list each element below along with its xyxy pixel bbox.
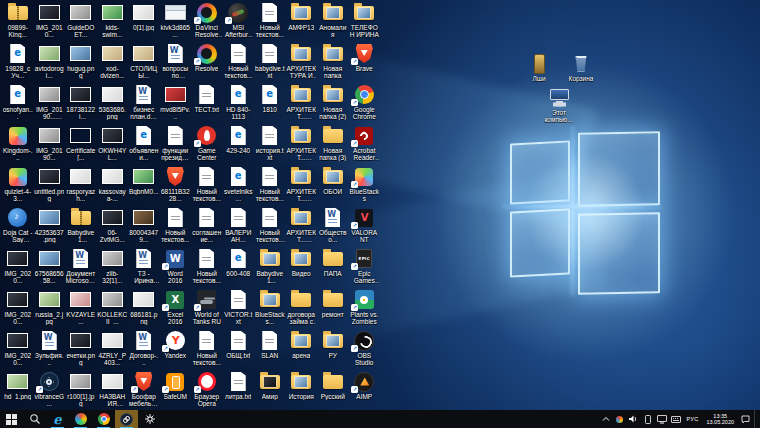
desktop-icon[interactable]: 68111B3228...	[160, 165, 192, 206]
desktop-icon[interactable]: kivk3d865...	[160, 1, 192, 42]
desktop-icon[interactable]: hugug.png	[65, 42, 97, 83]
desktop-icon[interactable]: Новая папка	[317, 42, 349, 83]
desktop-icon[interactable]: HD 840-1113	[223, 83, 255, 124]
desktop-icon[interactable]: Видео	[286, 247, 318, 288]
desktop-icon[interactable]: 42353637.png	[34, 206, 66, 247]
desktop-icon[interactable]: OKWH4YL...	[97, 124, 129, 165]
desktop-icon[interactable]: ↗BlueStacks	[349, 165, 381, 206]
desktop-icon[interactable]: 686181.png	[128, 288, 160, 329]
desktop-icon[interactable]: ечетки.png	[65, 329, 97, 370]
search-taskbar-button[interactable]	[23, 410, 46, 428]
desktop-icon[interactable]: соглашение...	[191, 206, 223, 247]
desktop-icon[interactable]: ВАЛЕРИАН...	[223, 206, 255, 247]
desktop-icon[interactable]: 5363686.png	[97, 83, 129, 124]
desktop-icon[interactable]: ↗VALORANT	[349, 206, 381, 247]
desktop-icon[interactable]: Certificate[...	[65, 124, 97, 165]
desktop-icon[interactable]: zlib-32[1]...	[97, 247, 129, 288]
desktop-icon[interactable]: quizlet-4-3...	[2, 165, 34, 206]
desktop-icon[interactable]: ↗Game Center	[191, 124, 223, 165]
desktop-icon[interactable]: ↗Excel 2016	[160, 288, 192, 329]
desktop-icon[interactable]: ↗Боофар мебельн...	[128, 370, 160, 411]
desktop-icon[interactable]: Новый текстов...	[191, 329, 223, 370]
desktop-icon[interactable]: ОБОИ	[317, 165, 349, 206]
desktop-icon[interactable]: xod-dvizen...	[97, 42, 129, 83]
phone-icon[interactable]	[643, 410, 653, 428]
desktop-icon[interactable]: 1810	[254, 83, 286, 124]
desktop-icon[interactable]: ↗Google Chrome	[349, 83, 381, 124]
desktop-icon[interactable]: АРХИТЕКТ... СКУЛЬПТУ...	[286, 206, 318, 247]
desktop-icon[interactable]: Новый текстовый...	[254, 206, 286, 247]
desktop-icon[interactable]: Лши	[518, 52, 560, 82]
desktop-icon[interactable]: ↗Acrobat Reader DC	[349, 124, 381, 165]
desktop-icon[interactable]: Kingdom-...	[2, 124, 34, 165]
desktop-icon[interactable]: Этот компьютер	[538, 86, 580, 123]
desktop-icon[interactable]: IMG_2010...	[34, 1, 66, 42]
desktop-icon[interactable]: 18738122_i...	[65, 83, 97, 124]
desktop-icon[interactable]: VICTOR.txt	[223, 288, 255, 329]
desktop-icon[interactable]: 4ZRLY_P403...	[97, 329, 129, 370]
desktop-icon[interactable]: НАЗВАНИЯ РОССИИ1.jpg	[97, 370, 129, 411]
color-ball-taskbar-button[interactable]	[69, 410, 92, 428]
desktop-icon[interactable]: BlueStacks...	[254, 288, 286, 329]
desktop-icon[interactable]: Корзина	[560, 52, 602, 82]
gear-taskbar-button[interactable]	[138, 410, 161, 428]
desktop-icon[interactable]: ↗Word 2016	[160, 247, 192, 288]
chevron-up-icon[interactable]	[601, 410, 611, 428]
desktop-icon[interactable]: Новая папка (2)	[317, 83, 349, 124]
desktop-icon[interactable]: 600-408	[223, 247, 255, 288]
desktop-icon[interactable]: ↗OBS Studio	[349, 329, 381, 370]
desktop-icon[interactable]: russia_2.jpg	[34, 288, 66, 329]
desktop-icon[interactable]: IMG_2020...	[2, 247, 34, 288]
desktop-icon[interactable]: rasporyazh...	[65, 165, 97, 206]
show-desktop-button[interactable]	[754, 410, 758, 428]
language-indicator[interactable]: РУС	[685, 416, 701, 422]
desktop-icon[interactable]: ТЕСТ.txt	[191, 83, 223, 124]
desktop-icon[interactable]: KOLLEKCII_...	[97, 288, 129, 329]
desktop-icon[interactable]: r100[1].jpg	[65, 370, 97, 411]
desktop-icon[interactable]: GuideDOET...	[65, 1, 97, 42]
desktop-icon[interactable]: объявлени...	[128, 124, 160, 165]
desktop-icon[interactable]: ↗Brave	[349, 42, 381, 83]
desktop-icon[interactable]: функции президент...	[160, 124, 192, 165]
desktop-icon[interactable]: бизнес план.docx	[128, 83, 160, 124]
desktop-icon[interactable]: hd_1.png	[2, 370, 34, 411]
desktop-icon[interactable]: Babydive_1...	[65, 206, 97, 247]
desktop-icon[interactable]: РУ	[317, 329, 349, 370]
desktop-icon[interactable]: ремонт	[317, 288, 349, 329]
desktop-icon[interactable]: avtodorogi...	[34, 42, 66, 83]
desktop-icon[interactable]: ↗Yandex	[160, 329, 192, 370]
desktop-icon[interactable]: mvd8l5Pv...	[160, 83, 192, 124]
desktop-icon[interactable]: Документ Microsoft...	[65, 247, 97, 288]
desktop-icon[interactable]: АРХИТЕКТУРА И СКУЛЬП...	[286, 42, 318, 83]
desktop-icon[interactable]: untitled.png	[34, 165, 66, 206]
desktop-icon[interactable]: 6756865658...	[34, 247, 66, 288]
desktop-icon[interactable]: babydive.txt	[254, 42, 286, 83]
chrome-taskbar-button[interactable]	[92, 410, 115, 428]
desktop-icon[interactable]: 429-240	[223, 124, 255, 165]
desktop-icon[interactable]: ↗vibranceG...	[34, 370, 66, 411]
desktop-icon[interactable]: ↗Браузер Opera	[191, 370, 223, 411]
desktop-icon[interactable]: АМФР13	[286, 1, 318, 42]
desktop-icon[interactable]: kassovaya-...	[97, 165, 129, 206]
desktop-icon[interactable]: osnofyan...	[2, 83, 34, 124]
desktop-icon[interactable]: Русский	[317, 370, 349, 411]
desktop-icon[interactable]: АРХИТЕКТ... РОССИИ И...	[286, 83, 318, 124]
edge-taskbar-button[interactable]: e	[46, 410, 69, 428]
desktop-icon[interactable]: IMG_20190... (1).jpg	[34, 83, 66, 124]
desktop-icon[interactable]: 800043479...	[128, 206, 160, 247]
desktop-icon[interactable]: литра.txt	[223, 370, 255, 411]
desktop-icon[interactable]: Doja Cat - Say So.mp3	[2, 206, 34, 247]
desktop-icon[interactable]: СТОЛИЦЫ...	[128, 42, 160, 83]
desktop-icon[interactable]: договора займа с о...	[286, 288, 318, 329]
desktop-icon[interactable]: 06-ZvtMG...	[97, 206, 129, 247]
desktop-icon[interactable]: ↗Resolve	[191, 42, 223, 83]
desktop-icon[interactable]: ↗AIMP	[349, 370, 381, 411]
desktop-icon[interactable]: svetelniks...	[223, 165, 255, 206]
taskbar-clock[interactable]: 13:35 13.05.2020	[704, 413, 736, 426]
desktop-icon[interactable]: ↗Plants vs. Zombies	[349, 288, 381, 329]
desktop-icon[interactable]: Новая папка (3)	[317, 124, 349, 165]
desktop-icon[interactable]: IMG_2020...	[2, 288, 34, 329]
desktop-icon[interactable]: ↗DaVinci Resolve Pro...	[191, 1, 223, 42]
desktop-icon[interactable]: ↗Epic Games Launcher	[349, 247, 381, 288]
desktop-icon[interactable]: Аномалия	[317, 1, 349, 42]
